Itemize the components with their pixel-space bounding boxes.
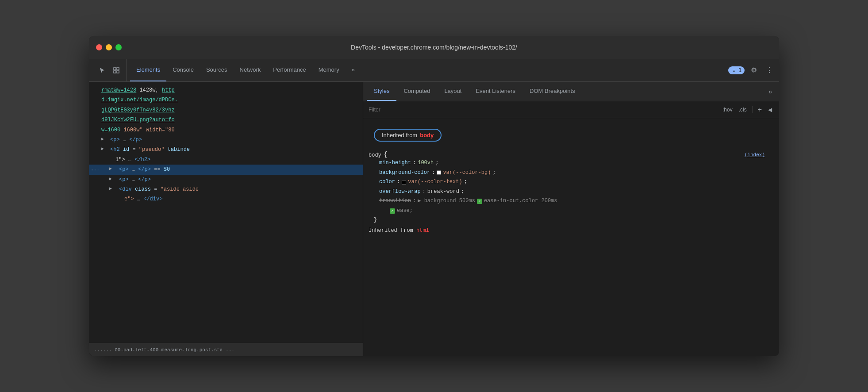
devtools-window: DevTools - developer.chrome.com/blog/new… xyxy=(89,36,779,356)
svg-rect-3 xyxy=(117,71,119,73)
inspect-icon[interactable] xyxy=(110,64,123,77)
html-panel: rmat&w=1428 1428w, http d.imgix.net/imag… xyxy=(89,82,363,356)
tab-console[interactable]: Console xyxy=(166,59,200,81)
tab-sources[interactable]: Sources xyxy=(200,59,234,81)
tab-performance[interactable]: Performance xyxy=(267,59,312,81)
html-line: ▶ <p> … </p> xyxy=(89,175,363,184)
issues-badge[interactable]: ≡ 1 xyxy=(728,66,745,74)
css-property-transition: transition : ▶ background 500ms ✓ ease-i… xyxy=(369,196,774,206)
html-line: 1"> … </h2> xyxy=(89,155,363,165)
expand-arrow[interactable]: ▶ xyxy=(109,175,112,183)
traffic-lights xyxy=(96,44,122,50)
cls-button[interactable]: .cls xyxy=(737,106,749,114)
css-rules-area: Inherited from body body { (index) min-h… xyxy=(363,118,779,356)
styles-panel: Styles Computed Layout Event Listeners D… xyxy=(363,82,779,356)
html-line: d.imgix.net/image/dPDCe. xyxy=(89,95,363,105)
css-selector[interactable]: body xyxy=(369,152,384,158)
close-button[interactable] xyxy=(96,44,102,50)
filter-bar: :hov .cls + ◀ xyxy=(363,101,779,118)
hov-button[interactable]: :hov xyxy=(721,106,734,114)
sub-tabs-bar: Styles Computed Layout Event Listeners D… xyxy=(363,82,779,101)
html-line: d9lJKcYw2FU.png?auto=fo xyxy=(89,115,363,125)
html-line: rmat&w=1428 1428w, http xyxy=(89,85,363,95)
inherited-from-html: Inherited from html xyxy=(363,226,779,235)
ease2-checkbox[interactable]: ✓ xyxy=(390,208,395,214)
toggle-sidebar-button[interactable]: ◀ xyxy=(766,106,774,114)
more-options-button[interactable]: ⋮ xyxy=(763,64,776,76)
subtab-event-listeners[interactable]: Event Listeners xyxy=(469,82,522,101)
color-swatch[interactable] xyxy=(402,180,406,184)
filter-input[interactable] xyxy=(369,107,717,113)
maximize-button[interactable] xyxy=(115,44,122,50)
tab-more[interactable]: » xyxy=(346,59,361,81)
ease-checkbox[interactable]: ✓ xyxy=(477,199,482,204)
css-transition-ease: ✓ ease; xyxy=(369,206,774,216)
devtools-tabs-bar: Elements Console Sources Network Perform… xyxy=(89,59,779,82)
toolbar-icons xyxy=(92,59,127,81)
subtab-styles[interactable]: Styles xyxy=(367,82,396,101)
css-rule-body: body { (index) min-height : 100vh ; back… xyxy=(363,149,779,226)
svg-rect-2 xyxy=(114,71,116,73)
html-tree: rmat&w=1428 1428w, http d.imgix.net/imag… xyxy=(89,82,363,343)
html-line: w=1600 1600w" width="80 xyxy=(89,125,363,135)
inherited-banner-container: Inherited from body xyxy=(363,122,779,149)
subtab-dom-breakpoints[interactable]: DOM Breakpoints xyxy=(522,82,582,101)
issues-icon: ≡ xyxy=(731,68,737,73)
settings-button[interactable]: ⚙ xyxy=(748,64,760,76)
subtab-computed[interactable]: Computed xyxy=(396,82,437,101)
html-line: ▶ <p> … </p> xyxy=(89,135,363,145)
html-line: e"> … </div> xyxy=(89,194,363,204)
expand-arrow[interactable]: ▶ xyxy=(101,135,104,143)
html-line: ▶ <h2 id = "pseudo" tabinde xyxy=(89,145,363,154)
css-property-overflow-wrap: overflow-wrap : break-word ; xyxy=(369,187,774,197)
cursor-icon[interactable] xyxy=(96,64,108,77)
color-swatch[interactable] xyxy=(437,170,441,175)
css-source-link[interactable]: (index) xyxy=(745,152,765,158)
svg-text:≡: ≡ xyxy=(733,69,735,73)
minimize-button[interactable] xyxy=(106,44,112,50)
expand-arrow[interactable]: ▶ xyxy=(109,165,112,173)
css-property-color: color : var(--color-text) ; xyxy=(369,177,774,187)
tab-network[interactable]: Network xyxy=(234,59,267,81)
subtabs-more[interactable]: » xyxy=(765,82,776,101)
main-content: rmat&w=1428 1428w, http d.imgix.net/imag… xyxy=(89,82,779,356)
svg-rect-0 xyxy=(114,68,116,70)
css-property-min-height: min-height : 100vh ; xyxy=(369,158,774,168)
svg-rect-1 xyxy=(117,68,119,70)
filter-buttons: :hov .cls + ◀ xyxy=(721,105,774,115)
add-style-button[interactable]: + xyxy=(756,105,764,115)
selected-html-line[interactable]: ... ▶ <p> … </p> == $0 xyxy=(89,165,363,174)
css-closing-brace: } xyxy=(369,216,774,224)
tab-memory[interactable]: Memory xyxy=(312,59,346,81)
expand-arrow[interactable]: ▶ xyxy=(109,185,112,192)
expand-arrow[interactable]: ▶ xyxy=(101,145,104,153)
subtab-layout[interactable]: Layout xyxy=(437,82,469,101)
filter-divider xyxy=(752,106,753,113)
css-property-background-color: background-color : var(--color-bg) ; xyxy=(369,168,774,178)
html-breadcrumb: ... ... 00.pad-left-400.measure-long.pos… xyxy=(89,343,363,356)
html-line: gLQPGtEG3y0fTn4v82/3vhz xyxy=(89,105,363,115)
html-line: ▶ <div class = "aside aside xyxy=(89,184,363,194)
title-bar: DevTools - developer.chrome.com/blog/new… xyxy=(89,36,779,59)
tab-elements[interactable]: Elements xyxy=(130,59,166,81)
inherited-from-body-banner: Inherited from body xyxy=(374,129,442,142)
toolbar-right: ≡ 1 ⚙ ⋮ xyxy=(728,59,776,81)
window-title: DevTools - developer.chrome.com/blog/new… xyxy=(351,44,517,51)
